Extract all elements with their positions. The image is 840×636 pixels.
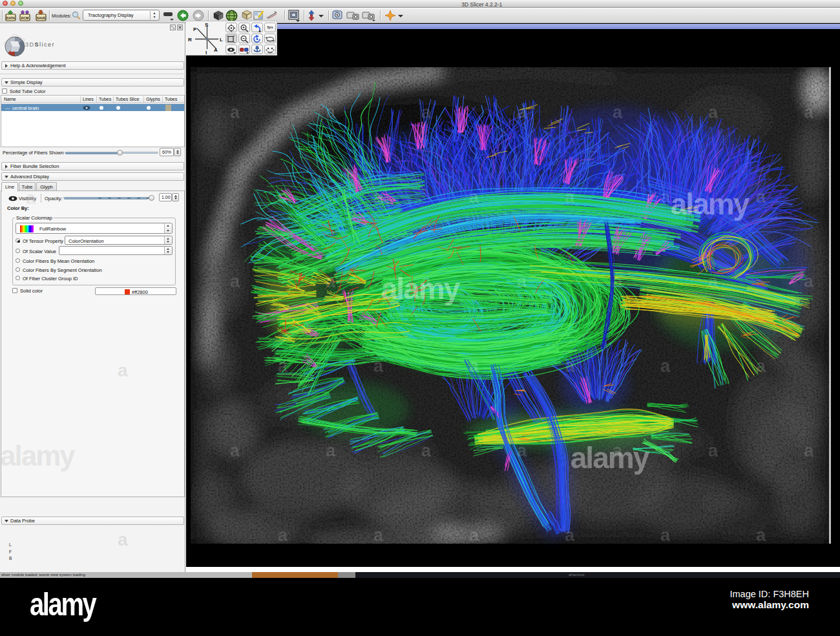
svg-text:a: a [469, 187, 479, 207]
svg-text:a: a [565, 356, 575, 376]
svg-text:a: a [804, 103, 814, 122]
svg-text:P: P [193, 26, 197, 32]
svg-text:alamy: alamy [671, 187, 750, 221]
svg-text:a: a [517, 272, 527, 291]
svg-text:DCM: DCM [21, 16, 29, 20]
svg-text:A: A [214, 47, 218, 53]
svg-text:a: a [230, 103, 240, 122]
svg-text:DATA: DATA [6, 16, 16, 20]
svg-text:alamy: alamy [571, 441, 650, 475]
svg-text:a: a [326, 103, 336, 122]
svg-text:a: a [613, 103, 623, 122]
svg-text:a: a [278, 526, 288, 545]
svg-text:a: a [421, 441, 432, 460]
svg-text:SAVE: SAVE [37, 16, 46, 20]
svg-text:a: a [278, 356, 288, 376]
svg-text:L: L [220, 37, 223, 43]
svg-text:a: a [708, 441, 719, 460]
svg-text:R: R [188, 37, 192, 43]
svg-text:alamy: alamy [381, 272, 461, 305]
svg-text:a: a [517, 441, 527, 460]
svg-text:S: S [205, 22, 209, 28]
svg-text:a: a [421, 103, 432, 122]
svg-text:a: a [230, 441, 240, 460]
svg-text:a: a [373, 526, 384, 545]
svg-text:a: a [756, 356, 766, 376]
svg-text:I: I [205, 50, 207, 56]
svg-text:a: a [756, 187, 766, 207]
svg-text:a: a [804, 272, 814, 291]
svg-text:a: a [278, 187, 288, 207]
svg-text:a: a [373, 356, 384, 376]
svg-text:a: a [373, 187, 384, 207]
svg-text:a: a [708, 272, 719, 291]
svg-text:a: a [326, 441, 336, 460]
svg-text:a: a [565, 187, 575, 207]
svg-text:a: a [517, 103, 527, 122]
svg-text:a: a [756, 526, 766, 545]
svg-text:a: a [230, 272, 240, 291]
svg-text:a: a [804, 441, 814, 460]
svg-text:a: a [469, 356, 479, 376]
svg-text:a: a [660, 187, 671, 207]
svg-text:a: a [613, 272, 623, 291]
svg-text:a: a [469, 526, 479, 545]
svg-text:a: a [708, 103, 719, 122]
svg-text:a: a [660, 356, 671, 376]
svg-text:a: a [326, 272, 336, 291]
svg-text:a: a [565, 526, 575, 545]
svg-text:a: a [660, 526, 671, 545]
